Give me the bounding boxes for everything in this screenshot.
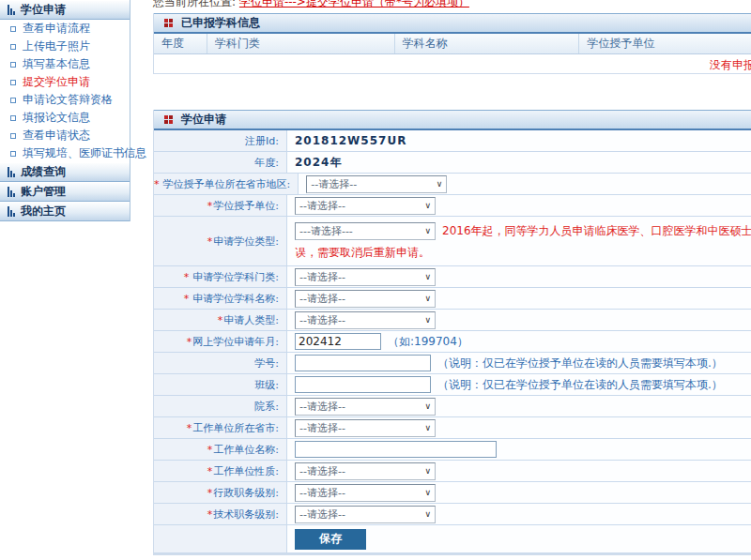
form-value-cell: --请选择--∨	[287, 396, 751, 416]
chevron-down-icon: ∨	[424, 273, 431, 281]
chevron-down-icon: ∨	[424, 295, 431, 303]
column-header-1: 学科门类	[207, 34, 395, 53]
form-row-degree-unit: *学位授予单位:--请选择--∨	[154, 195, 751, 217]
work-name-input[interactable]	[295, 441, 497, 458]
form-label-cell: *网上学位申请年月:	[154, 331, 287, 352]
breadcrumb-prefix: 您当前所在位置:	[153, 0, 236, 8]
sidebar-item-label: 填写基本信息	[23, 56, 90, 72]
bars-icon	[8, 5, 15, 15]
select-value: ---请选择---	[299, 224, 353, 238]
class-name-input[interactable]	[295, 376, 431, 393]
form-value-cell: --请选择--∨	[299, 174, 751, 194]
required-asterisk: *	[207, 508, 213, 521]
chevron-down-icon: ∨	[424, 402, 431, 411]
subject-category-select[interactable]: --请选择--∨	[295, 268, 436, 286]
sidebar-item-fill-basic-info[interactable]: 填写基本信息	[0, 55, 130, 73]
select-value: --请选择--	[299, 313, 345, 327]
declared-subjects-panel: 已申报学科信息 年度学科门类学科名称学位授予单位 没有申报信息	[153, 13, 751, 74]
required-asterisk: *	[187, 336, 192, 348]
square-bullet-icon	[10, 26, 16, 32]
save-button[interactable]: 保存	[295, 529, 366, 550]
form-label-cell: *工作单位所在省市:	[154, 417, 287, 438]
degree-apply-panel: 学位申请 注册Id:201812W557UR年度:2024年*学位授予单位所在省…	[153, 110, 751, 555]
required-asterisk: *	[184, 271, 190, 283]
select-value: --请选择--	[299, 421, 345, 435]
form-row-subject-name: *申请学位学科名称:--请选择--∨	[154, 288, 751, 310]
subject-name-select[interactable]: --请选择--∨	[295, 290, 436, 308]
form-value-cell: --请选择--∨	[287, 417, 751, 438]
degree-type-warning-line1: 2016年起，同等学力人员申请临床医学、口腔医学和中医硕士专业学位按《关于授予具	[442, 223, 751, 239]
column-header-0: 年度	[154, 34, 207, 53]
student-no-input[interactable]	[295, 355, 431, 371]
form-row-year: 年度:2024年	[154, 152, 751, 174]
form-label: 年度:	[254, 156, 279, 170]
select-value: --请选择--	[299, 464, 345, 478]
sidebar-item-view-process[interactable]: 查看申请流程	[0, 20, 130, 38]
form-label-cell: 年度:	[154, 152, 287, 173]
apply-month-input[interactable]	[295, 333, 381, 350]
no-records-text: 没有申报信息	[710, 57, 751, 73]
select-value: --请选择--	[299, 507, 345, 522]
degree-type-select[interactable]: ---请选择---∨	[295, 222, 436, 240]
form-label-cell	[154, 525, 287, 552]
admin-level-select[interactable]: --请选择--∨	[295, 484, 436, 502]
form-label-cell: 班级:	[154, 374, 287, 395]
declared-subjects-title: 已申报学科信息	[181, 15, 260, 31]
form-label-cell: *申请人类型:	[154, 310, 287, 330]
sidebar-item-fill-thesis-info[interactable]: 填报论文信息	[0, 109, 130, 127]
work-type-select[interactable]: --请选择--∨	[295, 462, 436, 480]
page: 您当前所在位置: 学位申请--->提交学位申请（带*号为必填项） 学位申请查看申…	[0, 0, 751, 560]
form-value-cell: （说明：仅已在学位授予单位在读的人员需要填写本项.）	[287, 374, 751, 395]
degree-apply-form: 注册Id:201812W557UR年度:2024年*学位授予单位所在省市地区:-…	[154, 130, 751, 555]
form-value-cell: 2024年	[287, 152, 751, 173]
square-bullet-icon	[10, 80, 16, 85]
sidebar-header-my-home[interactable]: 我的主页	[0, 202, 130, 221]
required-asterisk: *	[207, 465, 213, 477]
bars-icon	[8, 206, 15, 217]
work-region-select[interactable]: --请选择--∨	[295, 419, 436, 437]
degree-unit-region-select[interactable]: --请选择--∨	[306, 175, 447, 193]
sidebar-item-fill-certificate-info[interactable]: 填写规培、医师证书信息	[0, 144, 130, 162]
form-row-applicant-type: *申请人类型:--请选择--∨	[154, 310, 751, 331]
sidebar-header-score-query[interactable]: 成绩查询	[0, 162, 130, 182]
chevron-down-icon: ∨	[424, 467, 431, 476]
form-value-cell: --请选择--∨	[287, 266, 751, 287]
degree-unit-select[interactable]: --请选择--∨	[295, 197, 436, 215]
form-value-cell: （说明：仅已在学位授予单位在读的人员需要填写本项.）	[287, 353, 751, 373]
form-label: 申请学位学科名称:	[192, 292, 279, 306]
form-row-department: 院系:--请选择--∨	[154, 396, 751, 417]
degree-apply-title: 学位申请	[181, 112, 226, 128]
form-value-cell: --请选择--∨	[287, 310, 751, 330]
sidebar-item-apply-defense-qualification[interactable]: 申请论文答辩资格	[0, 91, 130, 109]
sidebar-item-upload-photo[interactable]: 上传电子照片	[0, 38, 130, 55]
form-label-cell: 学号:	[154, 353, 287, 373]
sidebar-item-submit-degree-apply[interactable]: 提交学位申请	[0, 73, 130, 91]
select-value: --请选择--	[299, 292, 345, 306]
applicant-type-select[interactable]: --请选择--∨	[295, 311, 436, 329]
year-value: 2024年	[295, 155, 342, 171]
form-row-admin-level: *行政职务级别:--请选择--∨	[154, 482, 751, 504]
sidebar-header-degree-apply[interactable]: 学位申请	[0, 0, 130, 20]
chevron-down-icon: ∨	[424, 316, 431, 325]
form-label-cell: *技术职务级别:	[154, 504, 287, 524]
form-label-cell: *申请学位类型:	[154, 217, 287, 265]
sidebar-item-view-apply-status[interactable]: 查看申请状态	[0, 127, 130, 144]
form-label: 院系:	[254, 400, 279, 414]
bars-icon	[8, 187, 15, 197]
required-asterisk: *	[207, 235, 213, 248]
tech-level-select[interactable]: --请选择--∨	[295, 506, 436, 523]
breadcrumb-link[interactable]: 学位申请--->提交学位申请（带*号为必填项）	[239, 0, 469, 8]
form-row-degree-type: *申请学位类型:---请选择---∨2016年起，同等学力人员申请临床医学、口腔…	[154, 217, 751, 266]
sidebar-header-account-manage[interactable]: 账户管理	[0, 182, 130, 202]
form-label-cell: *学位授予单位:	[154, 195, 287, 216]
student-no-note: （说明：仅已在学位授予单位在读的人员需要填写本项.）	[437, 356, 723, 371]
bars-icon	[8, 167, 15, 177]
square-bullet-icon	[10, 44, 16, 50]
form-label-cell: *行政职务级别:	[154, 482, 287, 503]
form-label: 学位授予单位:	[213, 199, 279, 213]
spacer	[153, 74, 751, 110]
form-label: 学号:	[254, 356, 279, 371]
department-select[interactable]: --请选择--∨	[295, 398, 436, 416]
register-id-value: 201812W557UR	[295, 134, 406, 147]
select-value: --请选择--	[299, 270, 345, 284]
